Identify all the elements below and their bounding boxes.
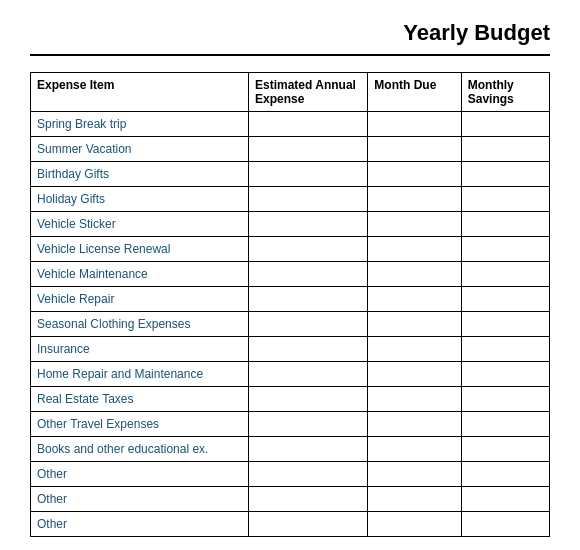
title-divider bbox=[30, 54, 550, 56]
table-row: Books and other educational ex. bbox=[31, 437, 550, 462]
cell-month bbox=[368, 237, 461, 262]
col-header-savings: Monthly Savings bbox=[461, 73, 549, 112]
cell-annual bbox=[248, 137, 367, 162]
cell-annual bbox=[248, 112, 367, 137]
cell-month bbox=[368, 337, 461, 362]
cell-month bbox=[368, 437, 461, 462]
cell-expense: Other Travel Expenses bbox=[31, 412, 249, 437]
cell-savings bbox=[461, 262, 549, 287]
table-row: Vehicle License Renewal bbox=[31, 237, 550, 262]
cell-expense: Other bbox=[31, 512, 249, 537]
cell-expense: Vehicle Sticker bbox=[31, 212, 249, 237]
cell-savings bbox=[461, 287, 549, 312]
cell-month bbox=[368, 387, 461, 412]
cell-expense: Spring Break trip bbox=[31, 112, 249, 137]
cell-expense: Holiday Gifts bbox=[31, 187, 249, 212]
cell-annual bbox=[248, 312, 367, 337]
table-row: Seasonal Clothing Expenses bbox=[31, 312, 550, 337]
table-row: Other bbox=[31, 462, 550, 487]
cell-month bbox=[368, 162, 461, 187]
table-row: Spring Break trip bbox=[31, 112, 550, 137]
col-header-expense: Expense Item bbox=[31, 73, 249, 112]
cell-month bbox=[368, 262, 461, 287]
cell-savings bbox=[461, 337, 549, 362]
cell-savings bbox=[461, 412, 549, 437]
cell-annual bbox=[248, 387, 367, 412]
cell-month bbox=[368, 137, 461, 162]
cell-month bbox=[368, 487, 461, 512]
cell-annual bbox=[248, 487, 367, 512]
cell-expense: Vehicle License Renewal bbox=[31, 237, 249, 262]
cell-annual bbox=[248, 162, 367, 187]
cell-expense: Other bbox=[31, 487, 249, 512]
cell-month bbox=[368, 362, 461, 387]
table-row: Insurance bbox=[31, 337, 550, 362]
cell-savings bbox=[461, 212, 549, 237]
cell-month bbox=[368, 187, 461, 212]
cell-savings bbox=[461, 137, 549, 162]
cell-expense: Vehicle Maintenance bbox=[31, 262, 249, 287]
cell-annual bbox=[248, 212, 367, 237]
cell-expense: Seasonal Clothing Expenses bbox=[31, 312, 249, 337]
table-row: Vehicle Maintenance bbox=[31, 262, 550, 287]
cell-annual bbox=[248, 437, 367, 462]
cell-annual bbox=[248, 337, 367, 362]
cell-savings bbox=[461, 387, 549, 412]
cell-expense: Books and other educational ex. bbox=[31, 437, 249, 462]
cell-expense: Real Estate Taxes bbox=[31, 387, 249, 412]
cell-annual bbox=[248, 362, 367, 387]
budget-table: Expense Item Estimated Annual Expense Mo… bbox=[30, 72, 550, 537]
table-row: Other bbox=[31, 512, 550, 537]
table-row: Other Travel Expenses bbox=[31, 412, 550, 437]
cell-savings bbox=[461, 162, 549, 187]
cell-savings bbox=[461, 187, 549, 212]
cell-expense: Insurance bbox=[31, 337, 249, 362]
cell-savings bbox=[461, 312, 549, 337]
cell-expense: Birthday Gifts bbox=[31, 162, 249, 187]
cell-expense: Other bbox=[31, 462, 249, 487]
table-row: Vehicle Repair bbox=[31, 287, 550, 312]
table-row: Vehicle Sticker bbox=[31, 212, 550, 237]
cell-annual bbox=[248, 462, 367, 487]
cell-annual bbox=[248, 512, 367, 537]
cell-savings bbox=[461, 462, 549, 487]
cell-annual bbox=[248, 237, 367, 262]
cell-month bbox=[368, 462, 461, 487]
cell-savings bbox=[461, 437, 549, 462]
table-row: Other bbox=[31, 487, 550, 512]
cell-savings bbox=[461, 487, 549, 512]
cell-expense: Home Repair and Maintenance bbox=[31, 362, 249, 387]
table-row: Real Estate Taxes bbox=[31, 387, 550, 412]
table-row: Summer Vacation bbox=[31, 137, 550, 162]
cell-month bbox=[368, 112, 461, 137]
cell-savings bbox=[461, 362, 549, 387]
col-header-annual: Estimated Annual Expense bbox=[248, 73, 367, 112]
cell-month bbox=[368, 312, 461, 337]
cell-expense: Summer Vacation bbox=[31, 137, 249, 162]
col-header-month: Month Due bbox=[368, 73, 461, 112]
cell-expense: Vehicle Repair bbox=[31, 287, 249, 312]
cell-month bbox=[368, 287, 461, 312]
cell-annual bbox=[248, 412, 367, 437]
cell-month bbox=[368, 212, 461, 237]
cell-month bbox=[368, 512, 461, 537]
cell-annual bbox=[248, 262, 367, 287]
cell-annual bbox=[248, 287, 367, 312]
cell-month bbox=[368, 412, 461, 437]
table-row: Holiday Gifts bbox=[31, 187, 550, 212]
cell-savings bbox=[461, 512, 549, 537]
table-row: Birthday Gifts bbox=[31, 162, 550, 187]
cell-annual bbox=[248, 187, 367, 212]
table-row: Home Repair and Maintenance bbox=[31, 362, 550, 387]
cell-savings bbox=[461, 112, 549, 137]
page-title: Yearly Budget bbox=[30, 20, 550, 46]
cell-savings bbox=[461, 237, 549, 262]
